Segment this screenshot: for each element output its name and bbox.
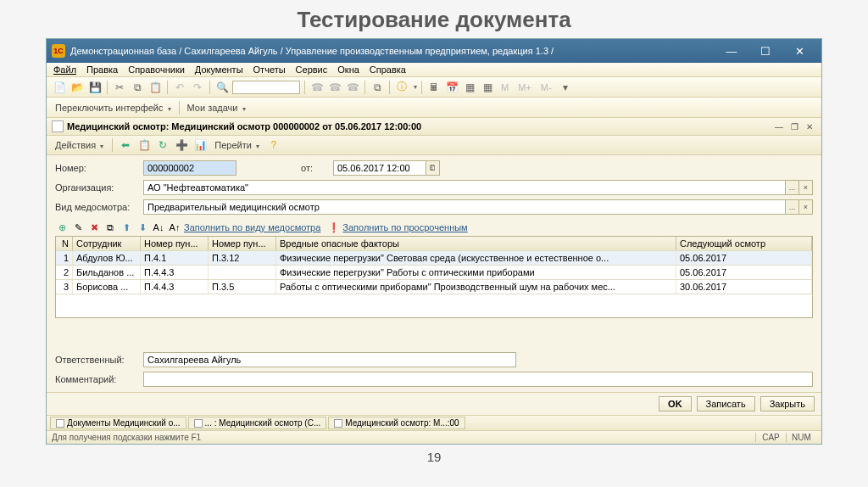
save-icon[interactable]: 💾 <box>87 80 103 95</box>
document-toolbar: Действия ▾ ⬅ 📋 ↻ ➕ 📊 Перейти ▾ ? <box>47 136 821 155</box>
goto-dropdown[interactable]: Перейти ▾ <box>211 140 263 150</box>
maximize-button[interactable]: ☐ <box>748 42 782 60</box>
sort-az-icon[interactable]: A↓ <box>152 221 165 234</box>
org-input[interactable] <box>143 180 786 195</box>
document-title: Медицинский осмотр: Медицинский осмотр 0… <box>67 121 772 132</box>
slide-title: Тестирование документа <box>0 0 868 38</box>
search-icon[interactable]: 🔍 <box>214 80 230 95</box>
grid-body[interactable]: 1 Абдулов Ю... П.4.1 П.3.12 Физические п… <box>56 251 812 317</box>
tool5-icon[interactable]: ▾ <box>558 80 573 95</box>
col-n[interactable]: N <box>56 237 73 250</box>
dropdown-icon[interactable]: ▾ <box>414 83 417 91</box>
type-input[interactable] <box>143 199 786 215</box>
close-button[interactable]: ✕ <box>782 42 816 60</box>
mem-mp[interactable]: M+ <box>515 82 535 92</box>
tab-docs-list[interactable]: Документы Медицинский о... <box>50 417 186 429</box>
titlebar: 1С Демонстрационная база / Сахилгареева … <box>47 39 821 63</box>
menubar: Файл Правка Справочники Документы Отчеты… <box>47 63 821 77</box>
calc-icon[interactable]: 🖩 <box>426 80 442 95</box>
q-help-icon[interactable]: ? <box>266 137 281 153</box>
table-row[interactable]: 2 Бильданов ... П.4.4.3 Физические перег… <box>56 266 812 280</box>
actions-dropdown[interactable]: Действия ▾ <box>52 140 107 150</box>
window-tabs: Документы Медицинский о... ... : Медицин… <box>47 415 821 430</box>
ok-button[interactable]: OK <box>659 396 692 411</box>
paste-icon[interactable]: 📋 <box>147 80 163 95</box>
app-logo-icon: 1С <box>52 44 65 58</box>
tool-e-icon[interactable]: 📊 <box>192 137 208 153</box>
tool3-icon[interactable]: ▦ <box>462 80 477 95</box>
number-input[interactable] <box>143 160 236 176</box>
tab-icon <box>56 419 64 428</box>
doc-close-icon[interactable]: ✕ <box>803 120 816 132</box>
menu-help[interactable]: Справка <box>370 64 406 75</box>
date-input[interactable] <box>333 160 426 176</box>
edit-row-icon[interactable]: ✎ <box>71 221 85 234</box>
new-icon[interactable]: 📄 <box>52 80 67 95</box>
call3-icon[interactable]: ☎ <box>345 80 360 95</box>
table-row[interactable]: 1 Абдулов Ю... П.4.1 П.3.12 Физические п… <box>56 251 812 266</box>
separator <box>167 81 168 94</box>
tab-doc-m[interactable]: Медицинский осмотр: М...:00 <box>328 417 465 429</box>
type-clear-icon[interactable]: × <box>799 199 813 215</box>
undo-icon[interactable]: ↶ <box>172 80 187 95</box>
call-icon[interactable]: ☎ <box>309 80 325 95</box>
table-row[interactable]: 3 Борисова ... П.4.4.3 П.3.5 Работы с оп… <box>56 280 812 294</box>
doc-min-icon[interactable]: — <box>772 120 786 132</box>
call2-icon[interactable]: ☎ <box>327 80 342 95</box>
tool4-icon[interactable]: ▦ <box>480 80 495 95</box>
add-row-icon[interactable]: ⊕ <box>55 221 69 234</box>
tool-d-icon[interactable]: ➕ <box>174 137 189 153</box>
fill-by-type-link[interactable]: Заполнить по виду медосмотра <box>184 222 320 232</box>
type-select-icon[interactable]: ... <box>786 199 799 215</box>
redo-icon[interactable]: ↷ <box>190 80 205 95</box>
menu-refs[interactable]: Справочники <box>128 64 185 75</box>
col-p2[interactable]: Номер пун... <box>209 237 276 250</box>
up-icon[interactable]: ⬆ <box>120 221 133 234</box>
status-num: NUM <box>786 433 816 442</box>
menu-reports[interactable]: Отчеты <box>253 64 286 75</box>
mem-mm[interactable]: M- <box>537 82 555 92</box>
minimize-button[interactable]: — <box>715 42 748 60</box>
tool-b-icon[interactable]: 📋 <box>136 137 152 153</box>
resp-input[interactable] <box>143 352 516 367</box>
my-tasks[interactable]: Мои задачи ▾ <box>184 103 249 113</box>
down-icon[interactable]: ⬇ <box>136 221 149 234</box>
employees-grid: N Сотрудник Номер пун... Номер пун... Вр… <box>55 236 813 318</box>
menu-file[interactable]: Файл <box>53 64 76 75</box>
del-row-icon[interactable]: ✖ <box>87 221 101 234</box>
comment-input[interactable] <box>143 372 813 387</box>
fill-overdue-link[interactable]: Заполнить по просроченным <box>342 222 467 232</box>
copy-icon[interactable]: ⧉ <box>130 80 145 95</box>
help-icon[interactable]: ⓘ <box>394 80 409 95</box>
tool-a-icon[interactable]: ⬅ <box>118 137 133 153</box>
resp-label: Ответственный: <box>55 355 136 365</box>
calendar-icon[interactable]: 📅 <box>444 80 459 95</box>
col-factors[interactable]: Вредные опасные факторы <box>276 237 676 250</box>
menu-docs[interactable]: Документы <box>195 64 243 75</box>
col-emp[interactable]: Сотрудник <box>73 237 141 250</box>
save-button[interactable]: Записать <box>697 396 755 411</box>
tab-doc-c[interactable]: ... : Медицинский осмотр (С... <box>188 417 327 429</box>
menu-edit[interactable]: Правка <box>86 64 118 75</box>
tool-c-icon[interactable]: ↻ <box>155 137 170 153</box>
separator <box>209 81 210 94</box>
close-doc-button[interactable]: Закрыть <box>760 396 815 411</box>
menu-windows[interactable]: Окна <box>337 64 359 75</box>
menu-service[interactable]: Сервис <box>296 64 328 75</box>
search-field[interactable] <box>232 81 300 94</box>
copy-row-icon[interactable]: ⧉ <box>103 221 117 234</box>
page-number: 19 <box>0 450 868 464</box>
cut-icon[interactable]: ✂ <box>112 80 127 95</box>
col-next[interactable]: Следующий осмотр <box>676 237 812 250</box>
copy2-icon[interactable]: ⧉ <box>370 80 385 95</box>
mem-m[interactable]: M <box>498 82 512 92</box>
calendar-picker-icon[interactable]: 🗓 <box>426 160 440 176</box>
doc-max-icon[interactable]: ❐ <box>787 120 801 132</box>
sort-za-icon[interactable]: A↑ <box>168 221 181 234</box>
org-select-icon[interactable]: ... <box>786 180 799 195</box>
org-clear-icon[interactable]: × <box>799 180 813 195</box>
secondary-toolbar: Переключить интерфейс ▾ Мои задачи ▾ <box>47 98 821 118</box>
switch-interface[interactable]: Переключить интерфейс ▾ <box>52 103 175 113</box>
col-p1[interactable]: Номер пун... <box>141 237 209 250</box>
open-icon[interactable]: 📂 <box>70 80 85 95</box>
